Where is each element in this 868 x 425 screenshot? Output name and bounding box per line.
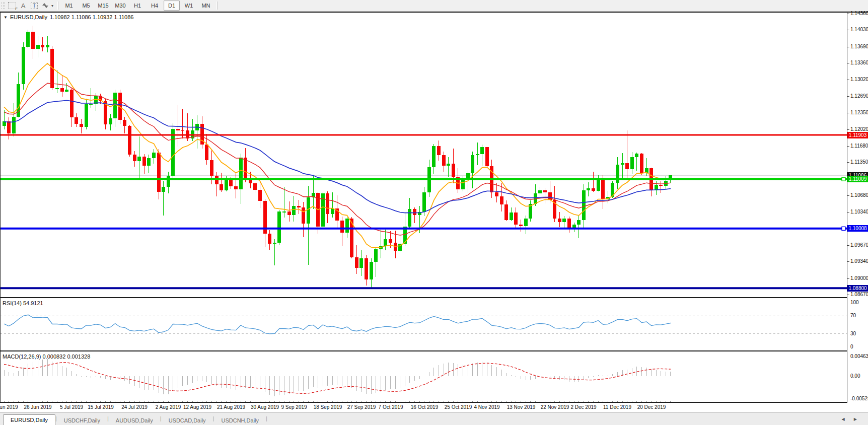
- candle-body: [447, 164, 450, 166]
- candle-body: [326, 193, 329, 214]
- date-label: 18 Sep 2019: [314, 404, 342, 410]
- candle-body: [12, 117, 16, 133]
- candle-body: [244, 158, 247, 179]
- price-tick-label: 1.12020: [850, 126, 868, 132]
- candle-body: [577, 220, 581, 225]
- candle-body: [359, 258, 363, 268]
- candle-body: [389, 239, 392, 243]
- timeframe-button-m30[interactable]: M30: [112, 1, 128, 11]
- candle-body: [147, 158, 151, 166]
- price-tick: [847, 113, 849, 113]
- price-axis[interactable]: 1.143601.140301.136901.133601.130201.126…: [847, 13, 868, 402]
- chart-tab-audusd[interactable]: AUDUSD,Daily: [109, 415, 160, 425]
- candle-body: [340, 221, 344, 233]
- candle-body: [422, 192, 426, 212]
- tab-scroll-arrows[interactable]: ◀ ▶: [841, 417, 861, 421]
- candle-body: [408, 209, 411, 226]
- macd-axis-label: 0.00: [850, 373, 860, 379]
- candle-body: [162, 187, 165, 192]
- candle-body: [85, 104, 88, 127]
- support-line-mid-handle[interactable]: [842, 227, 845, 230]
- support-line-low-price-label: 1.08800: [847, 285, 868, 292]
- timeframe-button-d1[interactable]: D1: [164, 1, 180, 11]
- cycle-lines-icon[interactable]: [40, 1, 50, 10]
- price-tick: [847, 96, 849, 97]
- date-label: 17 Jun 2019: [0, 404, 18, 410]
- date-label: 16 Oct 2019: [411, 404, 438, 410]
- candle-body: [302, 207, 305, 223]
- timeframe-button-m1[interactable]: M1: [61, 1, 77, 11]
- candle-body: [495, 192, 498, 196]
- chart-tab-usdcad[interactable]: USDCAD,Daily: [162, 415, 213, 425]
- candle-body: [31, 32, 35, 48]
- candle-body: [282, 211, 286, 212]
- candle-body: [239, 158, 243, 189]
- chart-menu-icon[interactable]: ▼: [4, 15, 8, 20]
- candle-body: [543, 190, 547, 192]
- candle-body: [220, 184, 223, 190]
- price-tick: [847, 146, 849, 147]
- date-label: 12 Aug 2019: [183, 404, 211, 410]
- pivot-line-green-handle[interactable]: [842, 177, 845, 181]
- chart-tab-usdcnh[interactable]: USDCNH,Daily: [214, 415, 266, 425]
- chart-title-symbol: EURUSD,Daily: [10, 14, 47, 20]
- candle-body: [345, 219, 349, 233]
- date-label: 2 Dec 2019: [570, 404, 596, 410]
- timeframe-button-h4[interactable]: H4: [147, 1, 163, 11]
- candle-body: [504, 204, 508, 220]
- date-label: 4 Nov 2019: [474, 404, 499, 410]
- chart-canvas[interactable]: [0, 13, 847, 403]
- candle-body: [277, 211, 281, 243]
- timeframe-button-m15[interactable]: M15: [95, 1, 111, 11]
- price-tick: [847, 30, 849, 30]
- candle-body: [355, 257, 358, 268]
- rsi-axis-label: 30: [850, 331, 856, 336]
- candle-body: [253, 183, 257, 190]
- candle-body: [384, 239, 387, 246]
- candle-body: [538, 190, 542, 193]
- text-box-icon[interactable]: T: [29, 1, 39, 10]
- candle-body: [442, 155, 446, 166]
- indicator-grid-icon[interactable]: F: [7, 1, 17, 10]
- chart-title-ohlc: 1.10982 1.11086 1.10932 1.11086: [50, 14, 134, 20]
- price-tick-label: 1.09670: [850, 242, 868, 248]
- candle-body: [210, 160, 213, 175]
- candle-body: [109, 118, 112, 124]
- candle-body: [89, 104, 93, 105]
- chart-tab-usdchf[interactable]: USDCHF,Daily: [57, 415, 107, 425]
- timeframe-button-m5[interactable]: M5: [78, 1, 94, 11]
- candle-body: [55, 88, 59, 89]
- candle-body: [548, 192, 552, 200]
- candle-body: [567, 219, 571, 228]
- toolbar-dropdown-icon[interactable]: ▾: [51, 4, 53, 8]
- candle-body: [167, 176, 170, 187]
- text-label-icon[interactable]: A: [18, 1, 28, 10]
- price-tick: [847, 80, 849, 80]
- candle-body: [485, 147, 489, 166]
- chart-tab-eurusd[interactable]: EURUSD,Daily: [3, 414, 55, 425]
- toolbar-grip[interactable]: [1, 2, 5, 10]
- candle-body: [292, 206, 296, 216]
- rsi-axis-label: 0: [850, 344, 853, 349]
- toolbar-separator: [216, 2, 218, 10]
- date-axis[interactable]: 17 Jun 201926 Jun 20195 Jul 201915 Jul 2…: [0, 403, 847, 412]
- candle-body: [205, 145, 208, 160]
- price-tick: [847, 212, 849, 212]
- candle-body: [176, 129, 180, 130]
- timeframe-button-mn[interactable]: MN: [198, 1, 214, 11]
- candle-body: [587, 188, 590, 190]
- timeframe-button-w1[interactable]: W1: [181, 1, 197, 11]
- timeframe-button-h1[interactable]: H1: [129, 1, 146, 11]
- candle-body: [592, 188, 595, 191]
- candle-body: [22, 47, 25, 85]
- candle-body: [365, 258, 368, 279]
- candle-body: [601, 178, 605, 199]
- date-label: 13 Nov 2019: [507, 404, 536, 410]
- panel-separator: [0, 350, 847, 351]
- candle-body: [370, 262, 373, 279]
- date-label: 15 Jul 2019: [88, 404, 114, 410]
- macd-axis-label: 0.00463: [850, 353, 868, 359]
- candle-body: [113, 93, 117, 118]
- candle-body: [41, 45, 44, 47]
- price-tick: [847, 129, 849, 130]
